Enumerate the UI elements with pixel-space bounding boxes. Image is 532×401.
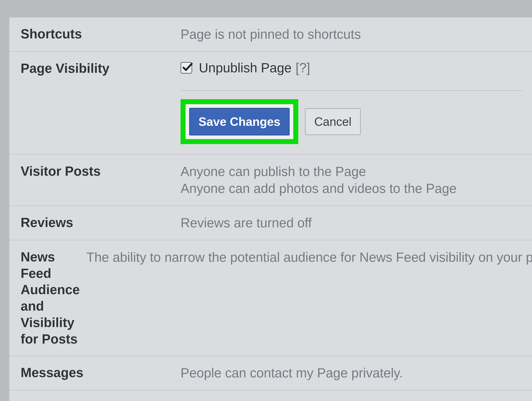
settings-panel: Shortcuts Page is not pinned to shortcut… [9,18,532,401]
save-changes-button[interactable]: Save Changes [189,108,290,135]
value-shortcuts: Page is not pinned to shortcuts [181,26,532,43]
row-news-feed: News Feed Audience and Visibility for Po… [9,240,532,356]
value-messages: People can contact my Page privately. [181,364,532,382]
label-visitor-posts: Visitor Posts [21,163,174,180]
unpublish-page-label: Unpublish Page [199,60,291,75]
value-tagging-ability: Only people who help manage my Page can … [181,399,532,401]
row-tagging-ability: Tagging Ability Only people who help man… [9,390,532,401]
label-tagging-ability: Tagging Ability [21,399,174,401]
value-visitor-posts-line2: Anyone can add photos and videos to the … [181,180,532,197]
highlight-frame: Save Changes [181,99,298,144]
value-news-feed: The ability to narrow the potential audi… [86,249,532,266]
row-messages: Messages People can contact my Page priv… [9,356,532,390]
checkmark-icon [182,61,193,73]
label-page-visibility: Page Visibility [21,60,174,77]
row-reviews: Reviews Reviews are turned off [9,206,532,240]
value-visitor-posts-line1: Anyone can publish to the Page [181,163,532,180]
label-messages: Messages [21,364,174,381]
cancel-button[interactable]: Cancel [305,108,361,135]
actions-row: Save Changes Cancel [181,99,532,144]
label-news-feed: News Feed Audience and Visibility for Po… [21,249,80,347]
label-reviews: Reviews [21,214,174,231]
row-page-visibility: Page Visibility Unpublish Page [?] Save … [9,52,532,155]
help-hint-link[interactable]: [?] [296,60,310,75]
row-shortcuts: Shortcuts Page is not pinned to shortcut… [9,18,532,52]
label-shortcuts: Shortcuts [21,26,174,42]
value-reviews: Reviews are turned off [181,214,532,232]
actions-divider [181,90,523,91]
row-visitor-posts: Visitor Posts Anyone can publish to the … [9,155,532,206]
unpublish-page-checkbox[interactable] [181,62,192,74]
